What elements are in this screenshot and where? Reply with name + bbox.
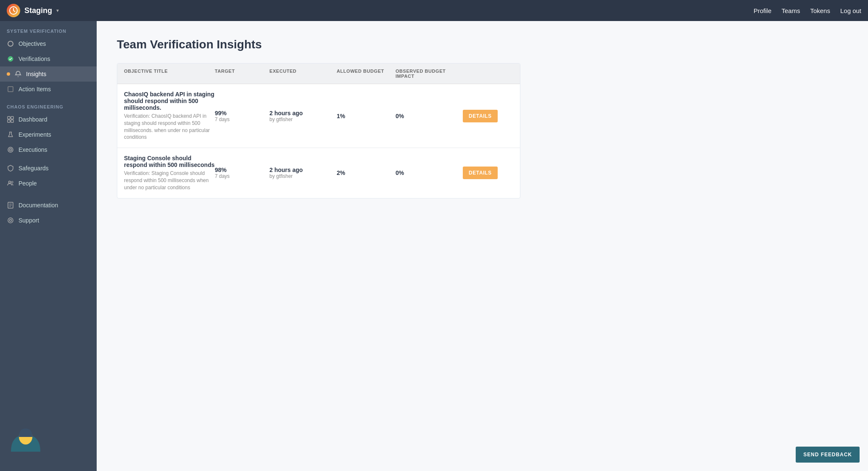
sidebar-label-documentation: Documentation [18, 202, 58, 209]
sidebar-extra: Safeguards People [0, 161, 97, 191]
row1-target-value: 99% [215, 110, 269, 116]
sidebar-avatar-illustration [0, 420, 97, 463]
table-row: ChaosIQ backend API in staging should re… [117, 84, 520, 148]
row2-target-value: 98% [215, 167, 269, 173]
life-buoy-icon [7, 217, 14, 224]
sidebar-section-chaos-engineering: Chaos Engineering Dashboard Experiments … [0, 97, 97, 157]
sidebar-label-people: People [18, 180, 37, 187]
users-icon [7, 180, 14, 187]
col-header-observed-budget-impact: Observed Budget Impact [396, 69, 463, 79]
row2-executed-cell: 2 hours ago by gtfisher [269, 167, 337, 179]
sidebar-item-people[interactable]: People [0, 176, 97, 191]
sidebar-item-safeguards[interactable]: Safeguards [0, 161, 97, 176]
svg-point-15 [9, 181, 11, 183]
active-dot-indicator [7, 72, 10, 76]
sidebar-item-verifications[interactable]: Verifications [0, 51, 97, 66]
nav-logout-link[interactable]: Log out [840, 7, 861, 14]
sidebar-label-objectives: Objectives [18, 40, 46, 47]
sidebar-item-documentation[interactable]: Documentation [0, 198, 97, 213]
sidebar-item-dashboard[interactable]: Dashboard [0, 112, 97, 127]
row1-actions-cell: DETAILS [463, 110, 513, 122]
check-circle-icon [7, 55, 14, 63]
sidebar: System Verification Objectives Verificat… [0, 21, 97, 471]
sidebar-label-support: Support [18, 217, 39, 224]
svg-rect-10 [11, 120, 13, 122]
box-icon [7, 85, 14, 93]
row2-objective-cell: Staging Console should respond within 50… [124, 155, 215, 191]
section-label-system-verification: System Verification [0, 21, 97, 36]
svg-rect-8 [11, 116, 13, 119]
svg-point-21 [8, 218, 13, 223]
row2-observed-budget: 0% [396, 169, 463, 176]
nav-left: Staging ▾ [7, 4, 59, 17]
row2-actions-cell: DETAILS [463, 167, 513, 179]
svg-point-16 [11, 181, 13, 183]
sidebar-label-experiments: Experiments [18, 131, 51, 138]
row2-allowed-budget: 2% [337, 169, 396, 176]
row2-details-button[interactable]: DETAILS [463, 167, 498, 179]
main-layout: System Verification Objectives Verificat… [0, 21, 868, 471]
bell-icon [14, 70, 22, 78]
row2-target-cell: 98% 7 days [215, 167, 269, 179]
table-row: Staging Console should respond within 50… [117, 148, 520, 198]
row2-observed-budget-cell: 0% [396, 169, 463, 176]
row1-executed-value: 2 hours ago [269, 110, 337, 116]
row1-observed-budget-cell: 0% [396, 113, 463, 119]
sidebar-section-system-verification: System Verification Objectives Verificat… [0, 21, 97, 97]
target-icon [7, 146, 14, 153]
nav-tokens-link[interactable]: Tokens [810, 7, 830, 14]
sidebar-item-objectives[interactable]: Objectives [0, 36, 97, 51]
sidebar-item-support[interactable]: Support [0, 213, 97, 228]
flask-icon [7, 131, 14, 138]
nav-profile-link[interactable]: Profile [754, 7, 772, 14]
sidebar-label-verifications: Verifications [18, 56, 50, 62]
sidebar-item-insights[interactable]: Insights [0, 66, 97, 82]
sidebar-label-action-items: Action Items [18, 86, 51, 93]
row1-obj-title: ChaosIQ backend API in staging should re… [124, 91, 215, 111]
book-icon [7, 201, 14, 209]
svg-rect-7 [8, 116, 10, 119]
svg-line-2 [13, 11, 15, 12]
sidebar-bottom: Documentation Support [0, 198, 97, 228]
section-label-chaos-engineering: Chaos Engineering [0, 97, 97, 112]
workspace-dropdown-icon[interactable]: ▾ [56, 8, 59, 13]
row1-allowed-budget: 1% [337, 113, 396, 119]
sidebar-item-action-items[interactable]: Action Items [0, 82, 97, 97]
insights-table: Objective Title Target Executed Allowed … [117, 63, 520, 198]
svg-point-3 [8, 41, 13, 46]
col-header-objective-title: Objective Title [124, 69, 215, 79]
row2-executed-sub: by gtfisher [269, 173, 337, 179]
col-header-executed: Executed [269, 69, 337, 79]
row1-details-button[interactable]: DETAILS [463, 110, 498, 122]
send-feedback-button[interactable]: SEND FEEDBACK [796, 447, 860, 463]
sidebar-label-safeguards: Safeguards [18, 165, 49, 172]
shield-icon [7, 164, 14, 172]
sidebar-label-dashboard: Dashboard [18, 116, 47, 123]
circle-icon [7, 40, 14, 48]
svg-point-14 [10, 149, 11, 150]
nav-right: Profile Teams Tokens Log out [754, 7, 861, 14]
main-content: Team Verification Insights Objective Tit… [97, 21, 868, 471]
row1-objective-cell: ChaosIQ backend API in staging should re… [124, 91, 215, 141]
sidebar-item-experiments[interactable]: Experiments [0, 127, 97, 142]
svg-rect-6 [8, 87, 13, 92]
page-title: Team Verification Insights [117, 38, 848, 51]
grid-icon [7, 116, 14, 123]
col-header-target: Target [215, 69, 269, 79]
workspace-name: Staging [24, 6, 52, 15]
sidebar-item-executions[interactable]: Executions [0, 142, 97, 157]
row1-executed-cell: 2 hours ago by gtfisher [269, 110, 337, 122]
table-header: Objective Title Target Executed Allowed … [117, 64, 520, 84]
svg-point-22 [10, 220, 12, 222]
row1-executed-sub: by gtfisher [269, 116, 337, 122]
svg-rect-9 [8, 120, 10, 122]
row2-obj-title: Staging Console should respond within 50… [124, 155, 215, 168]
row2-target-sub: 7 days [215, 173, 269, 179]
row2-obj-desc: Verification: Staging Console should res… [124, 170, 215, 191]
top-nav: Staging ▾ Profile Teams Tokens Log out [0, 0, 868, 21]
col-header-allowed-budget: Allowed Budget [337, 69, 396, 79]
row2-executed-value: 2 hours ago [269, 167, 337, 173]
sidebar-label-insights: Insights [26, 71, 46, 77]
nav-teams-link[interactable]: Teams [781, 7, 800, 14]
row1-observed-budget: 0% [396, 113, 463, 119]
